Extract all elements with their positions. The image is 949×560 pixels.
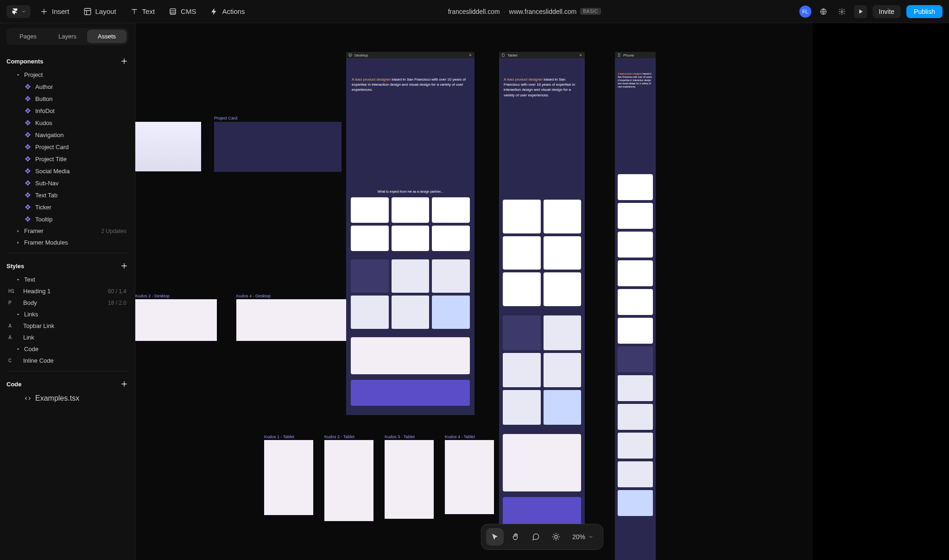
project-tile[interactable] (351, 296, 389, 329)
zoom-control[interactable]: 20% (568, 533, 598, 541)
project-tile[interactable] (544, 390, 582, 425)
tab-assets[interactable]: Assets (87, 30, 127, 43)
value-card[interactable] (392, 226, 430, 251)
component-item[interactable]: Social Media (6, 165, 128, 177)
project-tile[interactable] (618, 433, 653, 459)
component-item[interactable]: Project Card (6, 141, 128, 153)
canvas-desktop-body[interactable]: What to expect from me as a design partn… (346, 129, 474, 415)
add-component-icon[interactable] (120, 57, 128, 65)
project-url[interactable]: www.francesliddell.com (509, 8, 577, 15)
value-card[interactable] (351, 197, 389, 223)
canvas-kudos-1-tablet[interactable] (264, 440, 313, 515)
component-item[interactable]: Text Tab (6, 189, 128, 201)
project-name[interactable]: francesliddell.com (448, 8, 500, 15)
canvas-desktop-hero[interactable]: A lead product designer based in San Fra… (346, 58, 474, 129)
value-card[interactable] (544, 272, 582, 306)
plus-icon[interactable] (468, 53, 472, 57)
insert-button[interactable]: Insert (35, 5, 74, 19)
project-tile[interactable] (503, 390, 541, 425)
tab-layers[interactable]: Layers (48, 30, 87, 43)
cms-button[interactable]: CMS (164, 5, 201, 19)
project-tile[interactable] (351, 259, 389, 293)
actions-button[interactable]: Actions (205, 5, 249, 19)
tree-group-framer[interactable]: Framer 2 Updates (6, 225, 128, 237)
value-card[interactable] (618, 174, 653, 200)
canvas-kudos-2-tablet[interactable] (324, 440, 373, 521)
tree-group-project[interactable]: Project (6, 69, 128, 81)
value-card[interactable] (618, 318, 653, 344)
tab-pages[interactable]: Pages (8, 30, 48, 43)
layout-button[interactable]: Layout (79, 5, 121, 19)
style-inline-code[interactable]: C Inline Code (6, 355, 128, 366)
value-card[interactable] (503, 200, 541, 233)
globe-button[interactable] (817, 5, 830, 18)
frame-label[interactable]: Kudos 2 - Desktop (135, 294, 170, 298)
value-card[interactable] (618, 260, 653, 286)
cursor-tool[interactable] (486, 528, 504, 546)
canvas-phone-hero[interactable]: A lead product designer based in San Fra… (615, 58, 656, 146)
logo-menu[interactable] (6, 5, 31, 18)
component-item[interactable]: Project Title (6, 153, 128, 165)
tree-group-code[interactable]: Code (6, 343, 128, 355)
project-tile[interactable] (544, 315, 582, 350)
value-card[interactable] (432, 226, 470, 251)
component-item[interactable]: Author (6, 81, 128, 93)
value-card[interactable] (503, 272, 541, 306)
project-tile[interactable] (432, 296, 470, 329)
value-card[interactable] (432, 197, 470, 223)
project-tile[interactable] (432, 259, 470, 293)
invite-button[interactable]: Invite (873, 5, 901, 18)
canvas-project-card[interactable] (214, 122, 342, 172)
kudos-card[interactable] (351, 337, 470, 374)
comment-tool[interactable] (527, 528, 544, 546)
tree-group-links[interactable]: Links (6, 308, 128, 320)
project-tile[interactable] (618, 404, 653, 430)
text-button[interactable]: Text (126, 5, 160, 19)
kudos-card[interactable] (503, 434, 581, 491)
component-item[interactable]: InfoDot (6, 105, 128, 117)
component-item[interactable]: Ticker (6, 201, 128, 213)
frame-header-phone[interactable]: Phone (615, 52, 656, 58)
add-style-icon[interactable] (120, 262, 128, 270)
hand-tool[interactable] (506, 528, 524, 546)
code-file[interactable]: Examples.tsx (6, 392, 128, 405)
canvas-phone-body[interactable] (615, 146, 656, 560)
tree-group-framer-modules[interactable]: Framer Modules (6, 237, 128, 248)
canvas[interactable]: Project Card Kudos 2 - Desktop Kudos 4 -… (135, 23, 949, 560)
project-tile[interactable] (392, 296, 430, 329)
canvas-tablet-hero[interactable]: A lead product designer based in San Fra… (499, 58, 585, 145)
project-tile[interactable] (503, 353, 541, 388)
component-item[interactable]: Button (6, 93, 128, 105)
canvas-artboard-partial[interactable] (135, 122, 201, 171)
project-tile[interactable] (618, 375, 653, 401)
component-item[interactable]: Kudos (6, 117, 128, 129)
preview-button[interactable] (854, 5, 867, 18)
value-card[interactable] (618, 232, 653, 258)
frame-label[interactable]: Kudos 4 - Tablet (445, 434, 475, 439)
value-card[interactable] (544, 236, 582, 270)
project-tile[interactable] (503, 315, 541, 350)
value-card[interactable] (503, 236, 541, 270)
canvas-empty-region[interactable] (813, 23, 949, 560)
frame-header-desktop[interactable]: Desktop (346, 52, 474, 58)
frame-label[interactable]: Project Card (214, 116, 237, 120)
style-body[interactable]: P Body 18 / 2.0 (6, 297, 128, 308)
canvas-kudos-4-desktop[interactable] (236, 299, 364, 341)
settings-button[interactable] (835, 5, 848, 18)
canvas-tablet-body[interactable] (499, 145, 585, 532)
value-card[interactable] (544, 200, 582, 233)
avatar[interactable]: FL (799, 6, 811, 18)
frame-label[interactable]: Kudos 1 - Tablet (264, 434, 294, 439)
add-code-icon[interactable] (120, 380, 128, 388)
tree-group-text[interactable]: Text (6, 274, 128, 285)
frame-header-tablet[interactable]: Tablet (499, 52, 585, 58)
project-tile[interactable] (618, 346, 653, 372)
publish-button[interactable]: Publish (906, 5, 943, 18)
style-heading-1[interactable]: H1 Heading 1 60 / 1.4 (6, 285, 128, 297)
component-item[interactable]: Tooltip (6, 213, 128, 225)
frame-label[interactable]: Kudos 4 - Desktop (236, 294, 271, 298)
frame-label[interactable]: Kudos 2 - Tablet (324, 434, 354, 439)
project-tile[interactable] (618, 490, 653, 516)
canvas-kudos-2-desktop[interactable] (135, 299, 217, 341)
plus-icon[interactable] (579, 53, 582, 57)
